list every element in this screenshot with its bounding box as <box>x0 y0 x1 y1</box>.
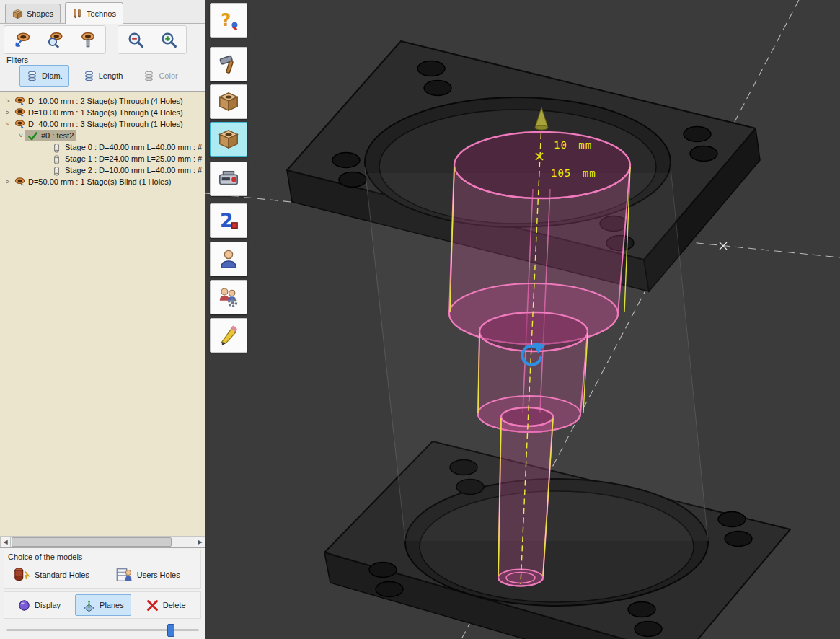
hole-icon <box>14 177 25 188</box>
planes-label: Planes <box>100 601 124 609</box>
tree-item-d10-1stage[interactable]: > D=10.00 mm : 1 Stage(s) Through (4 Hol… <box>0 107 205 118</box>
expander-icon[interactable]: > <box>4 108 12 117</box>
tree-item-stage0[interactable]: Stage 0 : D=40.00 mm L=40.00 mm : # <box>0 141 205 153</box>
3d-scene: 10 mm 105 mm <box>205 0 840 639</box>
side-help-button[interactable] <box>210 3 247 38</box>
tab-technos[interactable]: Technos <box>65 2 123 24</box>
tree-item-d40-3stage[interactable]: > D=40.00 mm : 3 Stage(s) Through (1 Hol… <box>0 118 205 130</box>
hole-export-button[interactable] <box>6 27 37 52</box>
hole-icon <box>14 107 25 118</box>
tree-item-stage2[interactable]: Stage 2 : D=10.00 mm L=40.00 mm : # <box>0 164 205 176</box>
slider-thumb[interactable] <box>167 624 174 637</box>
tree-item-label: D=50.00 mm : 1 Stage(s) Blind (1 Holes) <box>28 177 171 186</box>
pencil-icon <box>218 325 239 346</box>
expander-icon[interactable]: > <box>4 120 12 128</box>
side-part-button[interactable] <box>210 84 247 119</box>
tree-item-label: Stage 0 : D=40.00 mm L=40.00 mm : # <box>65 143 202 151</box>
hole-tool-button[interactable] <box>72 27 104 52</box>
filter-color-button[interactable]: Color <box>136 65 184 87</box>
side-machine-button[interactable] <box>210 162 247 196</box>
filter-length-label: Length <box>99 71 123 80</box>
users-holes-icon <box>115 566 133 583</box>
length-filter-icon <box>83 70 95 82</box>
tree-item-d10-2stage[interactable]: > D=10.00 mm : 2 Stage(s) Through (4 Hol… <box>0 95 205 107</box>
standard-holes-button[interactable]: Standard Holes <box>9 563 94 586</box>
hole-icon <box>14 96 25 107</box>
toolbar-group-holes <box>4 25 106 54</box>
holes-panel: Shapes Technos Filters D <box>0 0 205 639</box>
filter-diameter-label: Diam. <box>42 71 63 80</box>
planes-button[interactable]: Planes <box>75 594 131 616</box>
tree-item-label: D=10.00 mm : 2 Stage(s) Through (4 Holes… <box>28 97 183 105</box>
color-filter-icon <box>143 70 155 82</box>
3d-viewport[interactable]: 10 mm 105 mm <box>205 0 840 639</box>
hole-tool-icon <box>79 31 97 48</box>
scroll-track[interactable] <box>11 537 195 547</box>
number-2-icon <box>218 210 239 232</box>
hole-icon <box>14 119 25 130</box>
stage-icon <box>51 165 62 176</box>
expander-icon[interactable]: > <box>4 177 12 186</box>
tree-item-label: D=40.00 mm : 3 Stage(s) Through (1 Holes… <box>28 120 183 128</box>
cube-icon <box>218 128 239 150</box>
tree-horizontal-scrollbar[interactable]: ◀ ▶ <box>0 536 205 547</box>
tree-item-label: D=10.00 mm : 1 Stage(s) Through (4 Holes… <box>28 108 183 117</box>
machine-icon <box>218 168 239 190</box>
stage-icon <box>51 142 62 153</box>
dimension-label-105mm: 105 mm <box>551 167 596 179</box>
expander-icon[interactable]: > <box>4 97 12 105</box>
shapes-icon <box>12 9 23 19</box>
holes-tree[interactable]: > D=10.00 mm : 2 Stage(s) Through (4 Hol… <box>0 91 205 548</box>
stage-icon <box>51 154 62 164</box>
dimension-label-10mm: 10 mm <box>554 139 592 151</box>
side-holes-mode-button[interactable] <box>210 122 247 157</box>
tree-item-label: Stage 2 : D=10.00 mm L=40.00 mm : # <box>65 166 202 175</box>
hole-arrow-icon <box>13 31 30 48</box>
question-icon <box>218 9 239 31</box>
side-users-settings-button[interactable] <box>210 280 247 314</box>
standard-holes-label: Standard Holes <box>35 570 89 579</box>
filters-title: Filters <box>6 56 28 64</box>
diameter-filter-icon <box>26 70 38 82</box>
scroll-right-arrow[interactable]: ▶ <box>195 537 205 547</box>
tab-shapes[interactable]: Shapes <box>5 4 61 23</box>
filter-length-button[interactable]: Length <box>76 65 130 87</box>
magnifier-plus-icon <box>160 31 177 48</box>
standard-holes-icon <box>13 566 30 583</box>
users-holes-label: Users Holes <box>137 570 180 579</box>
tree-item-test2[interactable]: > #0 : test2 <box>0 130 205 141</box>
tree-item-label: #0 : test2 <box>41 131 74 140</box>
scroll-thumb[interactable] <box>12 537 172 547</box>
filters-group: Filters Diam. Length Color <box>4 56 201 90</box>
side-edit-button[interactable] <box>210 318 247 353</box>
action-bar: Display Planes Delete <box>4 591 201 619</box>
zoom-out-button[interactable] <box>120 27 151 52</box>
panel-tabbar: Shapes Technos <box>0 0 205 24</box>
models-group: Choice of the models Standard Holes User… <box>4 550 201 589</box>
expander-icon[interactable]: > <box>17 131 25 140</box>
hole-search-button[interactable] <box>39 27 71 52</box>
transparency-slider <box>0 620 205 639</box>
tab-technos-label: Technos <box>87 9 116 18</box>
person-icon <box>218 248 239 270</box>
tree-item-d50-blind[interactable]: > D=50.00 mm : 1 Stage(s) Blind (1 Holes… <box>0 176 205 188</box>
display-label: Display <box>35 601 61 609</box>
holes-toolbar <box>4 25 187 55</box>
delete-icon <box>146 599 159 612</box>
filter-diameter-button[interactable]: Diam. <box>19 65 69 87</box>
side-step2-button[interactable] <box>210 203 247 238</box>
delete-button[interactable]: Delete <box>138 594 193 616</box>
users-holes-button[interactable]: Users Holes <box>111 563 185 586</box>
side-user-button[interactable] <box>210 242 247 276</box>
scroll-left-arrow[interactable]: ◀ <box>0 537 11 547</box>
tab-shapes-label: Shapes <box>27 9 53 18</box>
planes-icon <box>82 599 96 612</box>
cube-icon <box>218 91 239 113</box>
side-tools-button[interactable] <box>210 47 247 81</box>
zoom-in-button[interactable] <box>153 27 185 52</box>
people-gear-icon <box>218 286 239 308</box>
display-button[interactable]: Display <box>10 594 68 616</box>
tree-item-label: Stage 1 : D=24.00 mm L=25.00 mm : # <box>65 154 202 163</box>
tree-item-stage1[interactable]: Stage 1 : D=24.00 mm L=25.00 mm : # <box>0 153 205 164</box>
hole-magnifier-icon <box>46 31 63 48</box>
